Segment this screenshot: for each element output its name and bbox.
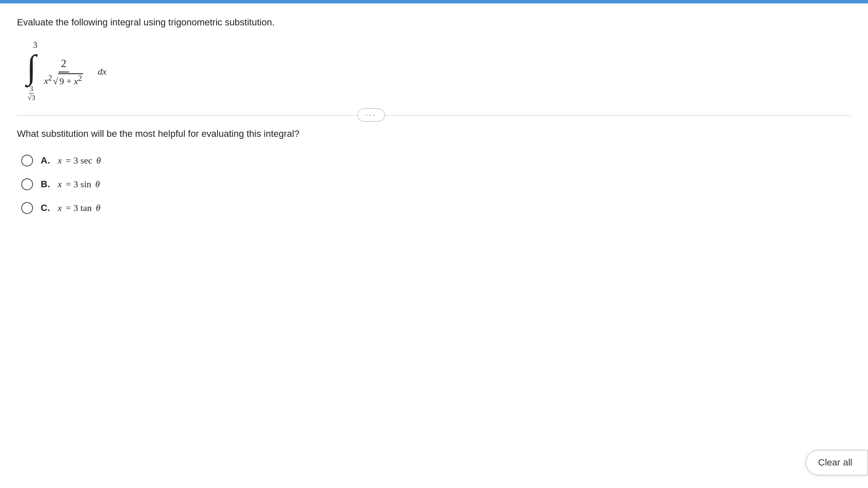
divider-section: ···	[17, 115, 851, 116]
integrand-numerator: 2	[58, 56, 69, 72]
integral-block: 3 ∫ 3 √3 2 x2 √9 + x2 dx	[25, 41, 851, 103]
more-options-button[interactable]: ···	[357, 108, 385, 122]
denominator-x-squared: x2	[44, 74, 52, 86]
question-text: What substitution will be the most helpf…	[17, 128, 851, 139]
integrand-denominator: x2 √9 + x2	[42, 72, 86, 87]
option-c-label: C.	[41, 202, 50, 214]
options-container: A. x = 3 sec θ B. x = 3 sin θ C. x = 3 t…	[21, 155, 851, 214]
sqrt-content: 9 + x2	[58, 73, 83, 87]
lower-limit-numerator: 3	[29, 85, 34, 94]
main-content: Evaluate the following integral using tr…	[0, 0, 868, 488]
integral-symbol-container: 3 ∫ 3 √3	[25, 41, 37, 103]
clear-all-button[interactable]: Clear all	[806, 450, 868, 475]
sqrt-symbol: √	[53, 76, 58, 87]
integral-sign: ∫	[27, 50, 36, 84]
radio-b[interactable]	[21, 178, 33, 190]
radio-a[interactable]	[21, 155, 33, 166]
top-bar	[0, 0, 868, 3]
option-b-text: x = 3 sin θ	[58, 179, 100, 190]
option-a[interactable]: A. x = 3 sec θ	[21, 155, 851, 166]
dx-label: dx	[97, 66, 106, 77]
lower-limit-denominator: √3	[28, 94, 35, 102]
option-b-label: B.	[41, 179, 50, 190]
option-a-label: A.	[41, 155, 50, 166]
sqrt-expression: √9 + x2	[53, 73, 83, 87]
option-a-text: x = 3 sec θ	[58, 155, 101, 166]
divider-line	[17, 115, 851, 116]
option-b[interactable]: B. x = 3 sin θ	[21, 178, 851, 190]
integral-lower-limit: 3 √3	[28, 85, 35, 103]
integrand: 2 x2 √9 + x2	[42, 56, 86, 87]
radio-c[interactable]	[21, 202, 33, 214]
problem-statement: Evaluate the following integral using tr…	[17, 17, 851, 28]
option-c-text: x = 3 tan θ	[58, 202, 100, 214]
integral-upper-limit: 3	[33, 41, 37, 49]
option-c[interactable]: C. x = 3 tan θ	[21, 202, 851, 214]
